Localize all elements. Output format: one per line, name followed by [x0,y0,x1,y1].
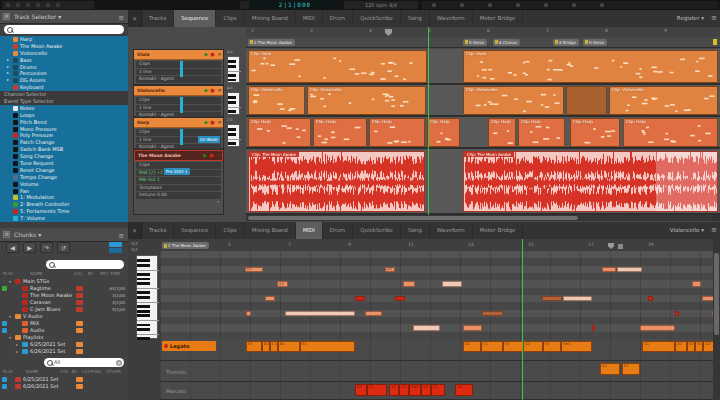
color-swatch[interactable] [76,349,83,354]
tab-waveform[interactable]: Waveform [430,222,473,239]
chunk-row-c-jam-blues[interactable]: C-Jam Blues5|1|00 [0,306,128,313]
tab-clips[interactable]: Clips [216,222,244,239]
lane-label-marcato[interactable]: Marcato [166,388,186,394]
selector-group-header[interactable]: Event Type Selector [0,98,128,105]
tab-tracks[interactable]: Tracks [142,222,174,239]
play-enable-icon[interactable]: ▶ [204,88,209,93]
articulation-note[interactable]: G1 [421,384,431,396]
horizontal-scrollbar[interactable] [246,215,713,221]
chunk-row-the-moon-awake[interactable]: The Moon Awake3|1|00 [0,292,128,299]
tab-midi[interactable]: MIDI [296,222,323,239]
titlebar-tool-icon[interactable] [600,3,604,7]
track-header-viola[interactable]: Viola▶●≡Clips▾1 line▾Kontakt - Agent▾ [133,49,224,85]
midi-clip[interactable]: Clip: Violoncello [463,86,564,115]
tab-song[interactable]: Song [401,222,430,239]
expand-arrow-icon[interactable]: ▸ [7,70,9,77]
record-enable-icon[interactable]: ● [210,120,215,125]
audio-settings-row[interactable]: Templates▾ [136,185,221,192]
panel-menu-icon[interactable]: ≡ [118,12,124,25]
titlebar-mini-button[interactable] [56,3,60,7]
track-dropdown-clips[interactable]: Clips▾ [136,61,221,68]
color-swatch[interactable] [76,328,83,333]
chunks-search-input[interactable] [46,260,124,269]
track-header-harp[interactable]: Harp▶●≡Clips▾1 line▾Kontakt - Agent▾On W… [133,117,224,149]
tab-drum[interactable]: Drum [323,222,353,239]
expand-arrow-icon[interactable]: ▸ [7,64,9,71]
track-title-bar[interactable]: The Moon Awake▶●≡ [134,150,223,161]
track-menu-icon[interactable]: ≡ [217,52,222,57]
chunk-row-mix[interactable]: MIX [0,320,128,327]
expand-caret-icon[interactable]: ▸ [16,348,18,355]
counter-marker[interactable] [385,29,392,36]
articulation-note[interactable]: A1 [455,384,473,396]
bottom-tabbar-selector[interactable]: Violoncello ▾ [666,222,708,239]
tab-meter-bridge[interactable]: Meter Bridge [473,222,524,239]
midi-clip[interactable]: Clip: Harp [518,118,565,147]
track-title-bar[interactable]: Violoncello▶●≡ [134,86,223,96]
articulation-note[interactable]: F2 [695,341,703,352]
play-indicator-icon[interactable] [2,328,7,333]
titlebar-tool-icon[interactable] [516,3,520,7]
fast-forward-button[interactable]: ▶ [23,242,36,253]
articulation-note[interactable]: F#1 [561,341,592,352]
chunk-row-6-25-2021-set[interactable]: ▸6/25/2021 Set [0,341,128,348]
cue-button-top[interactable] [109,242,122,247]
tab-clips[interactable]: Clips [216,10,244,27]
take-chip[interactable]: Pre 2021 1 [164,168,190,175]
expand-caret-icon[interactable]: ▾ [9,278,11,285]
chunk-row-ragtime[interactable]: Ragtime64|1|00 [0,285,128,292]
selector-item-percussion[interactable]: ▸Percussion [0,70,128,77]
color-swatch[interactable] [76,286,83,291]
midi-clip[interactable]: Clip: Violoncello [609,86,718,115]
selector-group-header[interactable]: Channel Selector [0,91,128,98]
titlebar-tool-icon[interactable] [460,3,464,7]
titlebar-mini-button[interactable] [6,3,10,7]
lane-the-moon-awake[interactable]: Clip: The Moon AwakeClip: The Moon Awake [246,149,720,215]
play-enable-icon[interactable]: ▶ [203,153,208,158]
articulation-note[interactable]: E1 [543,341,561,352]
selector-item-pan[interactable]: Pan [0,188,128,195]
top-tabbar-close-icon[interactable]: ✕ [128,10,142,27]
articulation-note[interactable]: C1 [481,341,503,352]
titlebar-tool-icon[interactable] [432,3,436,7]
titlebar-tool-icon[interactable] [488,3,492,7]
articulation-note[interactable]: A#1 [409,384,421,396]
chunk-row-caravan[interactable]: Caravan4|1|00 [0,299,128,306]
marker-chip[interactable]: 6 Chorus [493,39,520,46]
articulation-note[interactable]: B1 [278,341,300,352]
articulation-note[interactable]: E1 [622,363,640,375]
chunk-row-playlists[interactable]: ▾Playlists [0,334,128,341]
color-swatch[interactable] [76,384,83,389]
tab-mixing-board[interactable]: Mixing Board [245,222,296,239]
expand-caret-icon[interactable]: ▸ [16,341,18,348]
midi-clip[interactable]: Clip: Harp [488,118,516,147]
expand-arrow-icon[interactable]: ▸ [7,57,9,64]
marker-chip[interactable]: 8 Bridge [553,39,579,46]
track-title-bar[interactable]: Viola▶●≡ [134,50,223,60]
expand-arrow-icon[interactable]: ▸ [7,77,9,84]
tab-quickscribe[interactable]: QuickScribe [353,222,401,239]
selector-item-tempo-change[interactable]: Tempo Change [0,174,128,181]
loop-icon[interactable]: ↺ [57,242,70,253]
tab-quickscribe[interactable]: QuickScribe [353,10,401,27]
titlebar-mini-button[interactable] [26,3,30,7]
selector-item-keyboard[interactable]: Keyboard [0,84,128,91]
bottom-tabbar-menu-icon[interactable]: ≡ [708,222,720,239]
marker-chip[interactable]: 2 The Moon Awake [248,39,295,46]
play-indicator-icon[interactable] [2,384,7,389]
midi-clip[interactable]: Clip: Harp [369,118,425,147]
track-output-selector[interactable]: Kontakt - Agent▾ [136,76,221,83]
selector-item-5-portamento-time[interactable]: 5: Portamento Time [0,208,128,215]
selector-item-patch-change[interactable]: Patch Change [0,139,128,146]
midi-clip[interactable]: Clip: Viola [248,50,427,83]
titlebar-tool-icon[interactable] [572,3,576,7]
articulation-note[interactable]: D2 [675,341,687,352]
cue-button-bottom[interactable] [109,248,122,253]
chunk-row-main-stgs[interactable]: ▾Main STGs [0,278,128,285]
articulation-note[interactable]: E1 [246,341,262,352]
midi-clip[interactable]: Clip: Harp [570,118,620,147]
articulation-note[interactable]: C1 [270,341,278,352]
color-swatch[interactable] [76,300,83,305]
titlebar-mini-button[interactable] [46,3,50,7]
track-dropdown-1-line[interactable]: 1 line▾ [136,69,221,76]
